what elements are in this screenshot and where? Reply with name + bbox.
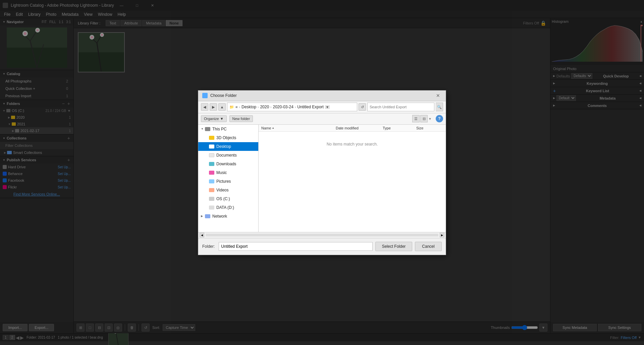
dialog-titlebar: Choose Folder ✕ bbox=[198, 91, 446, 101]
desktop-label: Desktop bbox=[216, 144, 231, 149]
pictures-icon bbox=[209, 179, 214, 183]
no-items-message: No items match your search. bbox=[259, 132, 446, 157]
dialog-body: ▼ This PC 3D Objects Desktop bbox=[198, 125, 446, 232]
documents-icon bbox=[209, 153, 214, 157]
col-header-size[interactable]: Size bbox=[416, 126, 443, 130]
select-folder-btn[interactable]: Select Folder bbox=[375, 242, 412, 251]
tree-item-3d-objects[interactable]: 3D Objects bbox=[198, 133, 258, 142]
new-folder-btn[interactable]: New folder bbox=[229, 115, 253, 122]
addr-refresh-btn[interactable]: ↺ bbox=[359, 103, 366, 111]
documents-label: Documents bbox=[216, 153, 237, 158]
hscroll-left-btn[interactable]: ◀ bbox=[200, 233, 204, 237]
organize-label: Organize bbox=[204, 117, 219, 121]
tree-item-downloads[interactable]: Downloads bbox=[198, 160, 258, 168]
addr-up-btn[interactable]: ▲ bbox=[218, 103, 226, 111]
music-icon bbox=[209, 171, 214, 175]
hscroll-right-btn[interactable]: ▶ bbox=[440, 233, 444, 237]
col-size-label: Size bbox=[416, 126, 423, 130]
addr-back-btn[interactable]: ◀ bbox=[201, 103, 208, 111]
choose-folder-dialog: Choose Folder ✕ ◀ ▶ ▲ 📁 « › Desktop › 20… bbox=[198, 90, 446, 255]
videos-icon bbox=[209, 188, 214, 192]
addr-search-btn[interactable]: 🔍 bbox=[436, 103, 443, 111]
3d-objects-label: 3D Objects bbox=[216, 135, 236, 140]
tree-item-this-pc[interactable]: ▼ This PC bbox=[198, 125, 258, 133]
videos-label: Videos bbox=[216, 188, 228, 192]
this-pc-expand: ▼ bbox=[201, 127, 204, 130]
network-icon bbox=[205, 214, 210, 218]
this-pc-label: This PC bbox=[212, 127, 227, 131]
organize-btn[interactable]: Organize ▼ bbox=[201, 115, 227, 122]
dialog-close-btn[interactable]: ✕ bbox=[434, 92, 442, 99]
downloads-label: Downloads bbox=[216, 162, 236, 166]
help-btn[interactable]: ? bbox=[436, 115, 443, 122]
data-d-label: DATA (D:) bbox=[216, 205, 234, 210]
hscroll-bar[interactable] bbox=[206, 234, 438, 236]
path-chevron-2: › bbox=[270, 105, 271, 109]
this-pc-icon bbox=[205, 127, 210, 131]
folder-tree[interactable]: ▼ This PC 3D Objects Desktop bbox=[198, 125, 259, 232]
view-buttons: ☰ ⊟ ▼ bbox=[412, 115, 432, 122]
path-segment-desktop[interactable]: Desktop bbox=[241, 105, 257, 109]
col-header-name[interactable]: Name ▲ bbox=[261, 126, 336, 130]
network-label: Network bbox=[212, 214, 227, 219]
pictures-label: Pictures bbox=[216, 179, 231, 184]
data-d-icon bbox=[209, 206, 214, 210]
path-segment-untitled[interactable]: Untitled Export bbox=[297, 105, 324, 109]
col-header-date[interactable]: Date modified bbox=[336, 126, 383, 130]
address-path[interactable]: 📁 « › Desktop › 2020 › 2020-03-24 › Unti… bbox=[227, 103, 357, 111]
col-date-label: Date modified bbox=[336, 126, 359, 130]
tree-item-os-c[interactable]: OS (C:) bbox=[198, 194, 258, 203]
tree-item-pictures[interactable]: Pictures bbox=[198, 177, 258, 186]
desktop-icon bbox=[209, 145, 214, 149]
tree-item-data-d[interactable]: DATA (D:) bbox=[198, 203, 258, 212]
network-expand: ▶ bbox=[201, 215, 204, 218]
view-list-btn[interactable]: ☰ bbox=[412, 115, 420, 122]
os-c-icon bbox=[209, 197, 214, 201]
downloads-icon bbox=[209, 162, 214, 166]
path-chevron-3: › bbox=[295, 105, 296, 109]
cancel-btn[interactable]: Cancel bbox=[415, 242, 442, 251]
col-header-type[interactable]: Type bbox=[383, 126, 416, 130]
tree-item-videos[interactable]: Videos bbox=[198, 186, 258, 194]
hscroll-area: ◀ ▶ bbox=[198, 232, 446, 238]
tree-item-music[interactable]: Music bbox=[198, 168, 258, 177]
organize-dropdown-icon: ▼ bbox=[220, 117, 224, 121]
path-folder-icon: 📁 bbox=[229, 105, 234, 109]
music-label: Music bbox=[216, 170, 227, 175]
path-chevron-0: › bbox=[239, 105, 240, 109]
folder-content-header: Name ▲ Date modified Type Size bbox=[259, 125, 446, 132]
col-name-label: Name bbox=[261, 126, 271, 130]
os-c-label: OS (C:) bbox=[216, 196, 230, 201]
folder-input[interactable] bbox=[219, 242, 373, 251]
dialog-footer: Folder: Select Folder Cancel bbox=[198, 238, 446, 255]
tree-item-desktop[interactable]: Desktop bbox=[198, 142, 258, 151]
folder-label: Folder: bbox=[202, 244, 215, 249]
path-segment-0[interactable]: « bbox=[235, 105, 238, 109]
path-segment-date[interactable]: 2020-03-24 bbox=[272, 105, 294, 109]
dialog-backdrop: Choose Folder ✕ ◀ ▶ ▲ 📁 « › Desktop › 20… bbox=[0, 0, 644, 345]
path-chevron-1: › bbox=[258, 105, 259, 109]
tree-item-documents[interactable]: Documents bbox=[198, 151, 258, 160]
view-details-btn[interactable]: ⊟ bbox=[420, 115, 428, 122]
col-type-label: Type bbox=[383, 126, 391, 130]
dialog-title-text: Choose Folder bbox=[210, 93, 434, 98]
folder-content: Name ▲ Date modified Type Size No items … bbox=[259, 125, 446, 232]
dialog-toolbar: Organize ▼ New folder ☰ ⊟ ▼ ? bbox=[198, 113, 446, 125]
path-segment-2020[interactable]: 2020 bbox=[259, 105, 270, 109]
dialog-title-icon bbox=[202, 93, 208, 98]
3d-objects-icon bbox=[209, 136, 214, 140]
dialog-addressbar: ◀ ▶ ▲ 📁 « › Desktop › 2020 › 2020-03-24 … bbox=[198, 101, 446, 113]
col-name-sort: ▲ bbox=[272, 126, 274, 129]
addr-path-dropdown-btn[interactable]: ▼ bbox=[325, 105, 330, 109]
view-dropdown-btn[interactable]: ▼ bbox=[428, 117, 432, 121]
addr-search-input[interactable] bbox=[367, 103, 434, 111]
tree-item-network[interactable]: ▶ Network bbox=[198, 212, 258, 221]
addr-forward-btn[interactable]: ▶ bbox=[210, 103, 217, 111]
